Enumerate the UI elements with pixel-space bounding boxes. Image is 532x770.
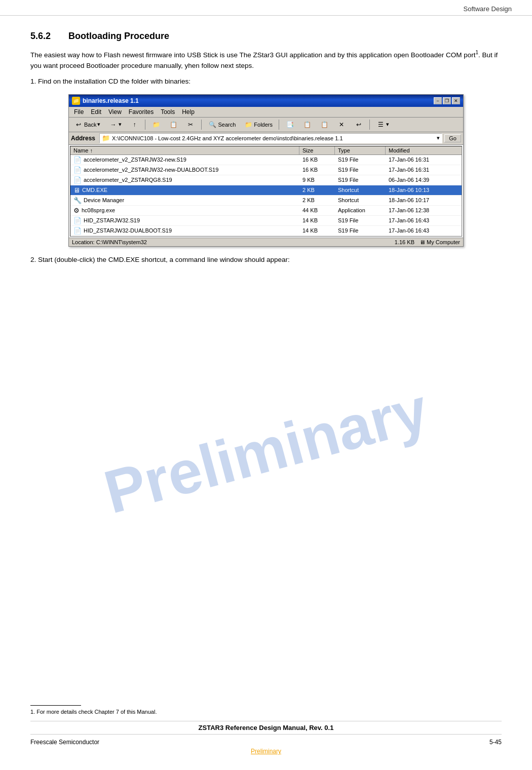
file-name: accelerometer_v2_ZSTARQG8.S19 (84, 177, 172, 183)
file-rows-container: 📄accelerometer_v2_ZSTARJW32-new.S1916 KB… (70, 155, 462, 236)
delete-button[interactable]: ✕ (334, 119, 349, 130)
file-modified-cell: 17-Jan-06 16:31 (386, 166, 462, 173)
statusbar: Location: C:\WINNT\system32 1.16 KB 🖥 My… (69, 238, 463, 246)
window-controls[interactable]: − ❐ ✕ (434, 97, 460, 104)
statusbar-size: 1.16 KB (374, 239, 414, 245)
footer-left: Freescale Semiconductor (30, 739, 99, 746)
up-icon: ↑ (130, 121, 139, 129)
section-title: 5.6.2 Bootloading Procedure (30, 31, 502, 42)
toolbar: ↩ Back ▾ → ▾ ↑ 📁 📋 ✂ 🔍 (69, 118, 463, 132)
menu-edit[interactable]: Edit (88, 108, 104, 116)
footer-bottom: Freescale Semiconductor 5-45 (30, 739, 502, 746)
folders-button[interactable]: 📁 Folders (241, 119, 276, 130)
table-row[interactable]: 🔧Device Manager2 KBShortcut18-Jan-06 10:… (70, 196, 462, 206)
table-row[interactable]: 📄HID_ZSTARJW32-DUALBOOT.S1914 KBS19 File… (70, 226, 462, 236)
file-type-cell: S19 File (335, 166, 386, 173)
paste-icon: 📋 (320, 121, 329, 129)
watermark: Preliminary (97, 374, 435, 527)
back-icon: ↩ (74, 121, 83, 129)
back-label: Back (84, 122, 96, 128)
file-size-cell: 16 KB (299, 166, 335, 173)
page-content: 5.6.2 Bootloading Procedure The easiest … (0, 16, 532, 308)
statusbar-location: Location: C:\WINNT\system32 (72, 239, 369, 245)
table-row[interactable]: 🖥CMD.EXE2 KBShortcut18-Jan-06 10:13 (70, 185, 462, 196)
file-name: hc08sprg.exe (82, 207, 115, 213)
col-size[interactable]: Size (299, 146, 335, 155)
table-row[interactable]: 📄accelerometer_v2_ZSTARJW32-new-DUALBOOT… (70, 165, 462, 175)
file-type-cell: S19 File (335, 176, 386, 183)
file-modified-cell: 06-Jan-06 14:39 (386, 176, 462, 183)
menu-file[interactable]: File (71, 108, 87, 116)
col-modified[interactable]: Modified (386, 146, 462, 155)
file-name: HID_ZSTARJW32-DUALBOOT.S19 (84, 227, 172, 234)
address-label: Address (71, 135, 95, 142)
footer-right: 5-45 (489, 739, 502, 746)
table-row[interactable]: 📄HID_ZSTARJW32.S1914 KBS19 File17-Jan-06… (70, 216, 462, 226)
menu-tools[interactable]: Tools (158, 108, 178, 116)
copy-icon: 📋 (302, 121, 312, 129)
section-heading: Bootloading Procedure (68, 31, 169, 41)
file-size-cell: 2 KB (299, 197, 335, 204)
back-button[interactable]: ↩ Back ▾ (71, 119, 103, 130)
menu-favorites[interactable]: Favorites (126, 108, 157, 116)
restore-button[interactable]: ❐ (443, 97, 451, 104)
undo-icon: ↩ (354, 121, 363, 129)
address-path: X:\ICONN\IC108 - Low-cost 2.4GHz and XYZ… (112, 135, 343, 141)
explorer-window: 📁 binaries.release 1.1 − ❐ ✕ File Edit V… (68, 94, 464, 247)
close-button[interactable]: ✕ (452, 97, 460, 104)
forward-icon: → (108, 121, 118, 129)
copy-button[interactable]: 📋 (299, 119, 315, 130)
file-icon: 📄 (73, 176, 82, 184)
col-type[interactable]: Type (335, 146, 386, 155)
file-icon: 📄 (73, 217, 82, 224)
file-list: Name ↑ Size Type Modified 📄accelerometer… (70, 146, 462, 237)
titlebar: 📁 binaries.release 1.1 − ❐ ✕ (69, 95, 463, 107)
file-size-cell: 14 KB (299, 227, 335, 234)
file-size-cell: 44 KB (299, 207, 335, 214)
file-icon: ⚙ (73, 207, 80, 214)
paste-button[interactable]: 📋 (317, 119, 332, 130)
folders-label: Folders (254, 122, 273, 128)
back-dropdown-icon: ▾ (97, 121, 100, 128)
folder-nav-2[interactable]: 📋 (166, 119, 181, 130)
folder-icon-2: 📋 (169, 121, 178, 129)
file-name: accelerometer_v2_ZSTARJW32-new-DUALBOOT.… (84, 167, 218, 173)
up-button[interactable]: ↑ (127, 119, 142, 130)
para-text-1: The easiest way how to Flash newest firm… (30, 51, 475, 59)
file-icon: 📄 (73, 166, 82, 174)
table-row[interactable]: 📄accelerometer_v2_ZSTARQG8.S199 KBS19 Fi… (70, 175, 462, 185)
section-number: 5.6.2 (30, 31, 51, 41)
history-button[interactable]: 📑 (282, 119, 297, 130)
toolbar-sep-3 (279, 120, 279, 130)
window-title: binaries.release 1.1 (83, 97, 139, 104)
forward-button[interactable]: → ▾ (105, 119, 125, 130)
file-size-cell: 2 KB (299, 186, 335, 194)
search-icon: 🔍 (208, 121, 217, 129)
titlebar-left: 📁 binaries.release 1.1 (72, 97, 139, 105)
menu-help[interactable]: Help (179, 108, 198, 116)
folder-icon-3: ✂ (186, 121, 195, 129)
footnote-text: 1. For more details check Chapter 7 of t… (30, 709, 502, 715)
file-name: CMD.EXE (82, 187, 107, 193)
forward-dropdown-icon: ▾ (119, 121, 122, 128)
file-name-cell: 📄HID_ZSTARJW32.S19 (70, 216, 299, 225)
file-size-cell: 14 KB (299, 217, 335, 224)
history-icon: 📑 (285, 121, 294, 129)
address-input[interactable]: 📁 X:\ICONN\IC108 - Low-cost 2.4GHz and X… (99, 133, 442, 143)
file-name: Device Manager (84, 197, 124, 203)
undo-button[interactable]: ↩ (351, 119, 366, 130)
file-name-cell: 🖥CMD.EXE (70, 186, 299, 195)
table-row[interactable]: 📄accelerometer_v2_ZSTARJW32-new.S1916 KB… (70, 155, 462, 165)
table-row[interactable]: ⚙hc08sprg.exe44 KBApplication17-Jan-06 1… (70, 206, 462, 216)
go-button[interactable]: Go (444, 134, 461, 142)
col-name[interactable]: Name ↑ (70, 146, 299, 155)
minimize-button[interactable]: − (434, 97, 442, 104)
views-button[interactable]: ☰ ▾ (373, 119, 392, 130)
menu-view[interactable]: View (105, 108, 125, 116)
folder-icon-1: 📁 (151, 121, 161, 129)
file-size-cell: 16 KB (299, 156, 335, 163)
search-button[interactable]: 🔍 Search (205, 119, 239, 130)
folder-nav-1[interactable]: 📁 (148, 119, 164, 130)
folder-nav-3[interactable]: ✂ (183, 119, 198, 130)
file-type-cell: Application (335, 207, 386, 214)
